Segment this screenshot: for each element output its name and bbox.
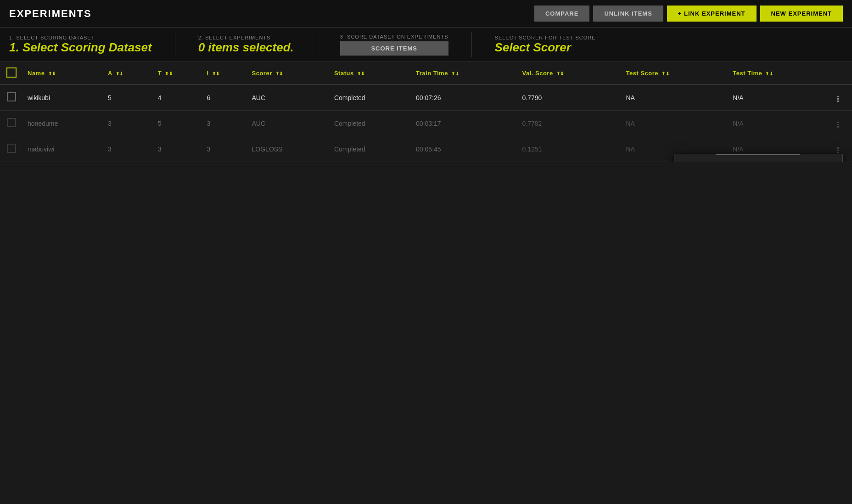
step2-label: 2. SELECT EXPERIMENTS	[198, 35, 294, 40]
compare-button[interactable]: COMPARE	[534, 6, 589, 22]
row-2-a: 3	[103, 136, 153, 162]
experiments-table: Name ⬆⬇ A ⬆⬇ T ⬆⬇ I ⬆⬇ Scorer ⬆⬇	[0, 62, 852, 162]
row-0-i: 6	[202, 85, 247, 111]
row-1-t: 5	[153, 111, 202, 136]
col-i[interactable]: I ⬆⬇	[202, 62, 247, 85]
col-val-score[interactable]: Val. Score ⬆⬇	[517, 62, 621, 85]
col-test-score[interactable]: Test Score ⬆⬇	[622, 62, 729, 85]
step3: 3. SCORE DATASET ON EXPERIMENTS SCORE IT…	[340, 32, 448, 57]
row-2-checkbox-cell	[0, 136, 23, 162]
unlink-items-button[interactable]: UNLINK ITEMS	[593, 6, 663, 22]
row-0-test_time: N/A	[728, 85, 829, 111]
step-divider-2	[317, 32, 317, 57]
select-all-checkbox[interactable]	[6, 67, 17, 78]
row-0-test_score: NA	[622, 85, 729, 111]
col-name[interactable]: Name ⬆⬇	[23, 62, 103, 85]
row-1-train_time: 00:03:17	[411, 111, 517, 136]
row-0-actions-cell	[829, 85, 852, 111]
sort-t-icon: ⬆⬇	[165, 71, 173, 76]
row-1-test_score: NA	[622, 111, 729, 136]
row-2-name: mabuviwi	[23, 136, 103, 162]
step4: SELECT SCORER FOR TEST SCORE Select Scor…	[495, 32, 843, 57]
sort-status-icon: ⬆⬇	[357, 71, 365, 76]
col-test-time[interactable]: Test Time ⬆⬇	[728, 62, 829, 85]
row-2-val_score: 0.1251	[517, 136, 621, 162]
row-2-t: 3	[153, 136, 202, 162]
col-scorer[interactable]: Scorer ⬆⬇	[247, 62, 330, 85]
context-menu: OPEN RENAME NEW MODEL WITH SAME PARAMETE…	[674, 154, 843, 162]
row-0-val_score: 0.7790	[517, 85, 621, 111]
row-0-status: Completed	[330, 85, 411, 111]
header-actions: COMPARE UNLINK ITEMS + LINK EXPERIMENT N…	[534, 6, 843, 22]
step1-label: 1. SELECT SCORING DATASET	[9, 35, 152, 40]
step1-value: 1. Select Scoring Dataset	[9, 40, 152, 55]
step4-value: Select Scorer	[495, 40, 843, 55]
row-2-checkbox[interactable]	[7, 144, 16, 153]
row-0-train_time: 00:07:26	[411, 85, 517, 111]
select-all-header[interactable]	[0, 62, 23, 85]
row-0-dots-button[interactable]	[834, 94, 842, 104]
row-2-train_time: 00:05:45	[411, 136, 517, 162]
header-bar: EXPERIMENTS COMPARE UNLINK ITEMS + LINK …	[0, 0, 852, 28]
step1: 1. SELECT SCORING DATASET 1. Select Scor…	[9, 32, 152, 57]
sort-a-icon: ⬆⬇	[116, 71, 123, 76]
col-t[interactable]: T ⬆⬇	[153, 62, 202, 85]
table-row: honedume353AUCCompleted00:03:170.7782NAN…	[0, 111, 852, 136]
col-train-time[interactable]: Train Time ⬆⬇	[411, 62, 517, 85]
step4-label: SELECT SCORER FOR TEST SCORE	[495, 35, 843, 40]
sort-name-icon: ⬆⬇	[48, 71, 56, 76]
table-body: wikikubi546AUCCompleted00:07:260.7790NAN…	[0, 85, 852, 162]
row-1-dots-button[interactable]	[834, 120, 842, 129]
row-0-name: wikikubi	[23, 85, 103, 111]
step2-value: 0 items selected.	[198, 40, 294, 55]
row-2-dots-icon	[837, 147, 839, 153]
link-experiment-button[interactable]: + LINK EXPERIMENT	[667, 6, 757, 22]
new-experiment-button[interactable]: NEW EXPERIMENT	[760, 6, 843, 22]
row-1-actions-cell	[829, 111, 852, 136]
sort-traintime-icon: ⬆⬇	[451, 71, 459, 76]
row-1-i: 3	[202, 111, 247, 136]
row-0-checkbox-cell	[0, 85, 23, 111]
row-1-checkbox-cell	[0, 111, 23, 136]
context-menu-open[interactable]: OPEN	[674, 155, 842, 162]
row-2-status: Completed	[330, 136, 411, 162]
row-1-val_score: 0.7782	[517, 111, 621, 136]
table-header-row: Name ⬆⬇ A ⬆⬇ T ⬆⬇ I ⬆⬇ Scorer ⬆⬇	[0, 62, 852, 85]
col-a[interactable]: A ⬆⬇	[103, 62, 153, 85]
col-status[interactable]: Status ⬆⬇	[330, 62, 411, 85]
col-actions	[829, 62, 852, 85]
sort-i-icon: ⬆⬇	[212, 71, 220, 76]
row-1-name: honedume	[23, 111, 103, 136]
row-2-i: 3	[202, 136, 247, 162]
row-1-a: 3	[103, 111, 153, 136]
experiments-table-container: Name ⬆⬇ A ⬆⬇ T ⬆⬇ I ⬆⬇ Scorer ⬆⬇	[0, 62, 852, 162]
sort-testtime-icon: ⬆⬇	[765, 71, 773, 76]
table-row: wikikubi546AUCCompleted00:07:260.7790NAN…	[0, 85, 852, 111]
row-2-scorer: LOGLOSS	[247, 136, 330, 162]
row-0-dots-icon	[837, 96, 839, 102]
sort-scorer-icon: ⬆⬇	[275, 71, 283, 76]
row-1-dots-icon	[837, 122, 839, 128]
step2: 2. SELECT EXPERIMENTS 0 items selected.	[198, 32, 294, 57]
sort-testscore-icon: ⬆⬇	[661, 71, 669, 76]
step-divider-1	[175, 32, 175, 57]
row-0-a: 5	[103, 85, 153, 111]
row-0-checkbox[interactable]	[7, 92, 16, 101]
row-1-checkbox[interactable]	[7, 118, 16, 127]
row-1-test_time: N/A	[728, 111, 829, 136]
steps-bar: 1. SELECT SCORING DATASET 1. Select Scor…	[0, 28, 852, 62]
step-divider-3	[471, 32, 472, 57]
row-0-scorer: AUC	[247, 85, 330, 111]
row-0-t: 4	[153, 85, 202, 111]
app-title: EXPERIMENTS	[9, 8, 534, 20]
score-items-button[interactable]: SCORE ITEMS	[340, 41, 448, 56]
sort-valscore-icon: ⬆⬇	[556, 71, 564, 76]
row-1-scorer: AUC	[247, 111, 330, 136]
row-1-status: Completed	[330, 111, 411, 136]
step3-label: 3. SCORE DATASET ON EXPERIMENTS	[340, 34, 448, 39]
